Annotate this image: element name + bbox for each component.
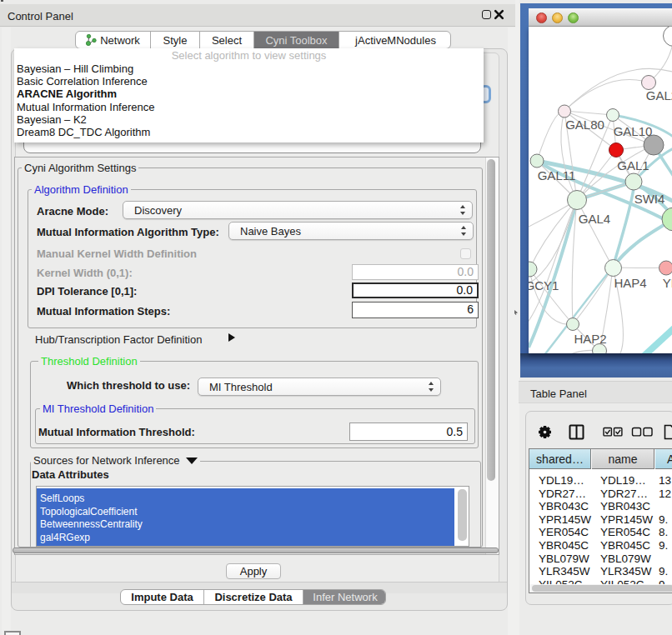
svg-text:YEL: YEL	[663, 276, 672, 290]
svg-text:GAL10: GAL10	[614, 124, 653, 138]
svg-text:GAL11: GAL11	[538, 168, 576, 182]
svg-text:HAP2: HAP2	[574, 332, 606, 346]
svg-text:GAL2: GAL2	[646, 88, 672, 102]
svg-text:GCY1: GCY1	[529, 278, 559, 292]
svg-text:SWI4: SWI4	[634, 192, 665, 206]
svg-text:GAL4: GAL4	[579, 212, 610, 226]
svg-text:GAL1: GAL1	[617, 158, 649, 172]
svg-text:GAL80: GAL80	[565, 118, 604, 132]
svg-text:HAP4: HAP4	[614, 276, 646, 290]
